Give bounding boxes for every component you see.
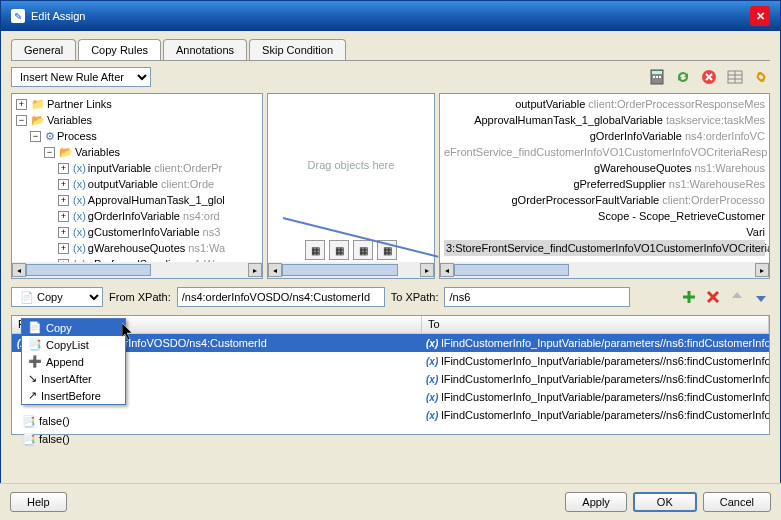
xpath-row: 📄 Copy From XPath: To XPath: — [1, 279, 780, 315]
titlebar: ✎ Edit Assign ✕ — [1, 1, 780, 31]
bottom-bar: Help Apply OK Cancel — [0, 483, 781, 520]
tab-general[interactable]: General — [11, 39, 76, 60]
insert-rule-dropdown[interactable]: Insert New Rule After — [11, 67, 151, 87]
app-icon: ✎ — [11, 9, 25, 23]
tree-var-approvalHumanTask[interactable]: +(x)ApprovalHumanTask_1_glol — [14, 192, 260, 208]
expander-icon[interactable]: − — [44, 147, 55, 158]
grid-icon[interactable] — [726, 68, 744, 86]
calculator-icon[interactable] — [648, 68, 666, 86]
add-icon[interactable] — [680, 288, 698, 306]
from-xpath-input[interactable] — [177, 287, 385, 307]
expander-icon[interactable]: − — [30, 131, 41, 142]
map-icon-3[interactable]: ▦ — [353, 240, 373, 260]
window-title: Edit Assign — [31, 10, 85, 22]
cancel-button[interactable]: Cancel — [703, 492, 771, 512]
error-icon[interactable] — [700, 68, 718, 86]
grid-row[interactable]: (x)lFindCustomerInfo_InputVariable/param… — [12, 406, 769, 424]
svg-rect-1 — [652, 71, 662, 74]
tabs: General Copy Rules Annotations Skip Cond… — [1, 31, 780, 60]
svg-rect-4 — [659, 76, 661, 78]
source-tree[interactable]: +📁Partner Links −📂Variables −⚙Process −📂… — [12, 94, 262, 278]
tab-skip-condition[interactable]: Skip Condition — [249, 39, 346, 60]
tree-var-outputVariable[interactable]: +(x)outputVariable client:Orde — [14, 176, 260, 192]
up-icon[interactable] — [728, 288, 746, 306]
svg-rect-3 — [656, 76, 658, 78]
svg-rect-2 — [653, 76, 655, 78]
hscroll[interactable]: ◂▸ — [268, 262, 434, 278]
tree-var-gCustomerInfoVariable[interactable]: +(x)gCustomerInfoVariable ns3 — [14, 224, 260, 240]
menu-append[interactable]: ➕ Append — [22, 353, 125, 370]
tree-var-gOrderInfoVariable[interactable]: +(x)gOrderInfoVariable ns4:ord — [14, 208, 260, 224]
toolbar-icons — [648, 68, 770, 86]
drag-hint: Drag objects here — [268, 94, 434, 236]
drop-panel[interactable]: Drag objects here ▦ ▦ ▦ ▦ ◂▸ — [267, 93, 435, 279]
false-item[interactable]: 📑 false() — [20, 412, 70, 430]
expander-icon[interactable]: + — [16, 99, 27, 110]
from-xpath-label: From XPath: — [109, 291, 171, 303]
menu-insertafter[interactable]: ↘ InsertAfter — [22, 370, 125, 387]
apply-button[interactable]: Apply — [565, 492, 627, 512]
map-icon-2[interactable]: ▦ — [329, 240, 349, 260]
delete-icon[interactable] — [704, 288, 722, 306]
to-xpath-label: To XPath: — [391, 291, 439, 303]
to-xpath-input[interactable] — [444, 287, 630, 307]
close-icon[interactable]: ✕ — [750, 6, 770, 26]
panels: +📁Partner Links −📂Variables −⚙Process −📂… — [1, 93, 780, 279]
false-item[interactable]: 📑 false() — [20, 430, 70, 448]
down-icon[interactable] — [752, 288, 770, 306]
target-tree[interactable]: outputVariable client:OrderProcessorResp… — [440, 94, 769, 262]
map-icon-1[interactable]: ▦ — [305, 240, 325, 260]
hscroll[interactable]: ◂▸ — [12, 262, 262, 278]
link-icon[interactable] — [752, 68, 770, 86]
hscroll[interactable]: ◂▸ — [440, 262, 769, 278]
operation-menu: 📄 Copy 📑 CopyList ➕ Append ↘ InsertAfter… — [21, 318, 126, 405]
menu-insertbefore[interactable]: ↗ InsertBefore — [22, 387, 125, 404]
tab-copy-rules[interactable]: Copy Rules — [78, 39, 161, 60]
source-tree-panel: +📁Partner Links −📂Variables −⚙Process −📂… — [11, 93, 263, 279]
target-tree-panel: outputVariable client:OrderProcessorResp… — [439, 93, 770, 279]
tree-var-inputVariable[interactable]: +(x)inputVariable client:OrderPr — [14, 160, 260, 176]
menu-copylist[interactable]: 📑 CopyList — [22, 336, 125, 353]
expander-icon[interactable]: − — [16, 115, 27, 126]
false-list: 📑 false() 📑 false() — [20, 410, 70, 450]
toolbar: Insert New Rule After — [1, 61, 780, 93]
map-icon-4[interactable]: ▦ — [377, 240, 397, 260]
col-to[interactable]: To — [422, 316, 769, 333]
operation-dropdown[interactable]: 📄 Copy — [11, 287, 103, 307]
refresh-icon[interactable] — [674, 68, 692, 86]
tab-annotations[interactable]: Annotations — [163, 39, 247, 60]
tree-var-gWarehouseQuotes[interactable]: +(x)gWarehouseQuotes ns1:Wa — [14, 240, 260, 256]
target-highlight[interactable]: 3:StoreFrontService_findCustomerInfoVO1C… — [444, 240, 765, 256]
help-button[interactable]: Help — [10, 492, 67, 512]
menu-copy[interactable]: 📄 Copy — [22, 319, 125, 336]
ok-button[interactable]: OK — [633, 492, 697, 512]
